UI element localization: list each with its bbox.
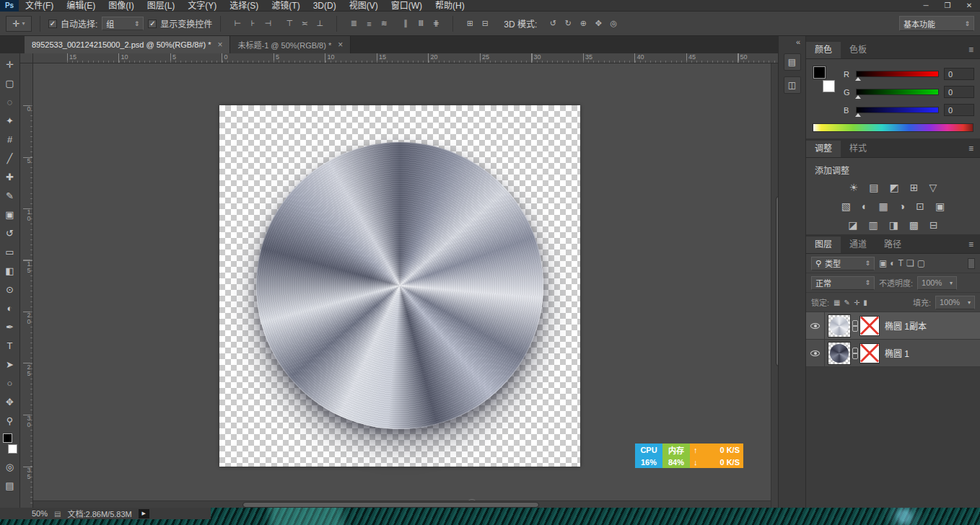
lock-icon[interactable]: ✎ [844, 299, 850, 306]
distribute-icon[interactable]: ⋕ [429, 17, 442, 31]
history-brush-tool-button[interactable]: ↺ [1, 224, 19, 242]
tab-paths[interactable]: 路径 [875, 237, 910, 253]
document-tab-psd[interactable]: 8952533_002124215000_2.psd @ 50%(RGB/8#)… [25, 36, 230, 53]
eyedropper-tool-button[interactable]: ╱ [1, 149, 19, 167]
layer-filter-icon[interactable]: ❏ [906, 258, 914, 268]
layer-thumbnail[interactable] [828, 315, 850, 337]
zoom-tool-button[interactable]: ⚲ [1, 411, 19, 430]
menu-item[interactable]: 3D(D) [307, 0, 343, 12]
vertical-ruler[interactable]: 05101520253035 [20, 63, 33, 508]
canvas-area[interactable]: ui .cn CPU 内存 ↑ 0 K/S 16% 84% ↓ 0 K/S [33, 63, 778, 508]
visibility-toggle[interactable] [806, 340, 825, 366]
align-icon[interactable]: ⊢ [231, 17, 244, 31]
disabled-vector-mask-thumbnail[interactable] [860, 317, 879, 335]
blur-tool-button[interactable]: ⊙ [1, 280, 19, 299]
adjustment-icon[interactable]: ⊟ [929, 219, 938, 231]
adjustment-icon[interactable]: ▣ [935, 200, 945, 212]
filter-toggle[interactable] [968, 258, 975, 269]
distribute-icon[interactable]: ≡ [362, 17, 375, 31]
distribute-icon[interactable]: ≣ [347, 17, 360, 31]
adjustment-icon[interactable]: ▤ [869, 182, 878, 193]
ruler-origin-corner[interactable] [20, 53, 33, 63]
restore-button[interactable]: ❐ [937, 0, 958, 12]
opacity-dropdown[interactable]: 100% ▾ [917, 276, 957, 290]
horizontal-scrollbar[interactable] [33, 500, 771, 508]
foreground-background-swatches[interactable] [1, 432, 19, 455]
quick-mask-button[interactable]: ◎ [1, 457, 19, 476]
align-icon[interactable]: ⊦ [246, 17, 259, 31]
close-tab-icon[interactable]: × [338, 40, 343, 49]
red-value-field[interactable]: 0 [944, 68, 974, 80]
crop-tool-button[interactable]: # [1, 130, 19, 149]
mask-link-icon[interactable] [852, 348, 858, 359]
layer-filter-icon[interactable]: T [898, 258, 904, 268]
lasso-tool-button[interactable]: ◌ [1, 92, 19, 111]
tab-channels[interactable]: 通道 [841, 237, 875, 253]
menu-item[interactable]: 视图(V) [343, 0, 385, 12]
mode-3d-icon[interactable]: ◎ [607, 17, 620, 31]
current-tool-button[interactable]: ✛ ▾ [6, 16, 32, 32]
tab-layers[interactable]: 图层 [806, 237, 841, 253]
layer-thumbnail[interactable] [828, 343, 850, 364]
adjustment-icon[interactable]: ▧ [841, 200, 851, 212]
align-icon[interactable]: ⊥ [313, 17, 326, 31]
healing-brush-tool-button[interactable]: ✚ [1, 167, 19, 186]
adjustment-icon[interactable]: ▽ [929, 182, 937, 193]
green-value-field[interactable]: 0 [944, 86, 974, 98]
show-transform-checkbox[interactable]: ✓ 显示变换控件 [148, 17, 212, 30]
mode-3d-icon[interactable]: ↺ [546, 17, 559, 31]
blue-value-field[interactable]: 0 [944, 104, 974, 116]
vertical-scrollbar[interactable] [771, 63, 778, 508]
menu-item[interactable]: 图像(I) [102, 0, 140, 12]
layer-row-ellipse-copy[interactable]: 椭圆 1副本 [806, 312, 980, 340]
layer-name[interactable]: 椭圆 1副本 [885, 319, 927, 332]
adjustment-icon[interactable]: ◩ [890, 182, 899, 193]
path-selection-tool-button[interactable]: ➤ [1, 355, 19, 374]
slider-thumb[interactable] [855, 95, 861, 99]
adjustment-icon[interactable]: ☀ [849, 182, 859, 193]
document-artboard[interactable] [219, 105, 580, 467]
layer-row-ellipse[interactable]: 椭圆 1 [806, 340, 980, 367]
properties-panel-icon[interactable]: ◫ [784, 76, 801, 94]
mask-link-icon[interactable] [852, 320, 858, 332]
screen-mode-button[interactable]: ▤ [1, 476, 19, 495]
minimize-button[interactable]: ─ [915, 0, 937, 12]
lock-icon[interactable]: ✛ [854, 299, 859, 306]
disabled-vector-mask-thumbnail[interactable] [860, 344, 879, 363]
clone-stamp-tool-button[interactable]: ▣ [1, 205, 19, 224]
brush-tool-button[interactable]: ✎ [1, 186, 19, 205]
align-icon[interactable]: ⊤ [283, 17, 296, 31]
ellipse-shape-tool-button[interactable]: ○ [1, 374, 19, 392]
gradient-tool-button[interactable]: ◧ [1, 261, 19, 280]
align-icon[interactable]: ⊣ [261, 17, 274, 31]
layer-filter-icon[interactable]: ▢ [917, 258, 925, 268]
lock-icon[interactable]: ▦ [834, 299, 840, 306]
panel-menu-icon[interactable]: ≡ [962, 141, 980, 157]
close-tab-icon[interactable]: × [217, 40, 222, 49]
green-slider[interactable] [856, 89, 939, 95]
slider-thumb[interactable] [855, 77, 861, 81]
red-slider[interactable] [856, 71, 939, 77]
menu-item[interactable]: 滤镜(T) [265, 0, 306, 12]
distribute-icon[interactable]: Ⅲ [414, 17, 427, 31]
rectangular-marquee-tool-button[interactable]: ▢ [1, 74, 19, 92]
menu-item[interactable]: 选择(S) [223, 0, 265, 12]
tab-color[interactable]: 颜色 [806, 42, 841, 58]
tab-swatches[interactable]: 色板 [841, 42, 875, 58]
layer-filter-icon[interactable]: ◐ [890, 258, 895, 268]
collapse-dock-button[interactable]: « [791, 36, 805, 48]
distribute-icon[interactable]: ∥ [399, 17, 412, 31]
background-swatch[interactable] [823, 80, 835, 92]
menu-item[interactable]: 图层(L) [141, 0, 182, 12]
type-tool-button[interactable]: T [1, 336, 19, 355]
distribute-icon[interactable]: ≋ [377, 17, 390, 31]
adjustment-icon[interactable]: ▥ [868, 219, 878, 231]
menu-item[interactable]: 窗口(W) [385, 0, 429, 12]
workspace-switcher[interactable]: 基本功能 ⇕ [899, 16, 974, 31]
mode-3d-icon[interactable]: ✥ [592, 17, 605, 31]
quick-selection-tool-button[interactable]: ✦ [1, 111, 19, 130]
menu-item[interactable]: 编辑(E) [60, 0, 102, 12]
visibility-toggle[interactable] [806, 312, 825, 339]
lock-icon[interactable]: ▮ [863, 299, 867, 306]
background-color-swatch[interactable] [8, 444, 17, 454]
